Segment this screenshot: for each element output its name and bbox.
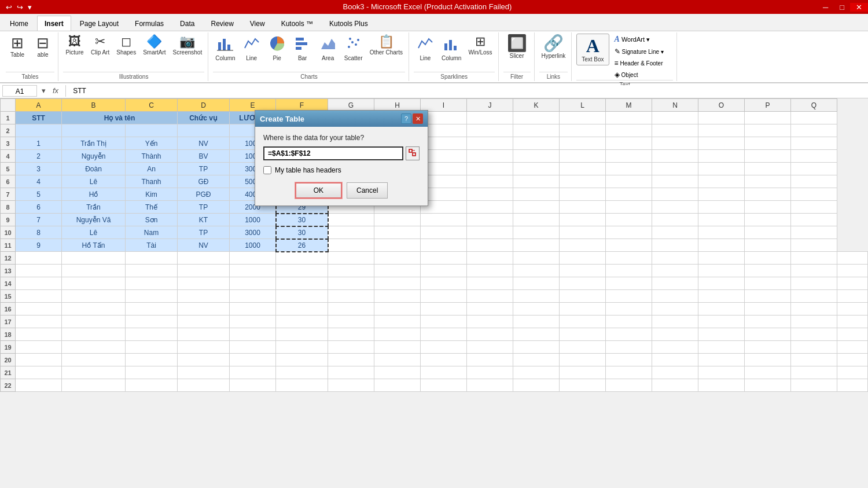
picture-button[interactable]: 🖼 Picture — [63, 34, 86, 57]
dialog-buttons: OK Cancel — [263, 182, 420, 199]
bar-chart-button[interactable]: Bar — [291, 34, 314, 63]
sparkline-column-icon — [443, 35, 459, 54]
svg-rect-5 — [296, 38, 304, 41]
dialog-ok-button[interactable]: OK — [295, 182, 342, 199]
clip-art-button[interactable]: ✂ Clip Art — [89, 34, 112, 57]
dialog-overlay: Create Table ? ✕ Where is the data for y… — [0, 98, 868, 488]
dialog-help-button[interactable]: ? — [401, 113, 411, 124]
tab-kutools-plus[interactable]: Kutools Plus — [322, 16, 376, 31]
svg-rect-16 — [454, 46, 457, 50]
text-box-icon: A — [586, 36, 599, 55]
tab-formulas[interactable]: Formulas — [127, 16, 171, 31]
filter-group: 🔲 Slicer Filter — [500, 32, 535, 81]
dialog-cancel-button[interactable]: Cancel — [347, 182, 388, 199]
tab-page-layout[interactable]: Page Layout — [72, 16, 126, 31]
signature-icon: ✎ — [615, 47, 620, 56]
dialog-range-icon — [409, 149, 417, 159]
table-button[interactable]: ⊞ Table — [6, 34, 29, 60]
title-text: Book3 - Microsoft Excel (Product Activat… — [343, 2, 512, 11]
tab-insert[interactable]: Insert — [37, 16, 71, 31]
sparkline-column-button[interactable]: Column — [439, 34, 464, 63]
smartart-button[interactable]: 🔷 SmartArt — [141, 34, 168, 57]
hyperlink-icon: 🔗 — [543, 35, 564, 52]
minimize-button[interactable]: ─ — [817, 3, 834, 12]
sparkline-winloss-button[interactable]: ⊞ Win/Loss — [466, 34, 494, 57]
close-button[interactable]: ✕ — [850, 3, 868, 12]
shapes-icon: ◻ — [121, 35, 131, 48]
links-group: 🔗 Hyperlink Links — [536, 32, 572, 81]
dialog-headers-checkbox[interactable] — [263, 166, 271, 174]
sparklines-buttons: Line Column ⊞ Win/Loss — [414, 34, 495, 72]
other-charts-button[interactable]: 📋 Other Charts — [367, 34, 405, 57]
area-chart-button[interactable]: Area — [317, 34, 340, 63]
maximize-button[interactable]: □ — [834, 3, 850, 12]
line-chart-icon — [244, 35, 260, 54]
cell-reference[interactable]: A1 — [2, 85, 37, 97]
sparkline-winloss-icon: ⊞ — [475, 35, 486, 48]
dialog-titlebar-buttons: ? ✕ — [401, 113, 423, 124]
dialog-close-button[interactable]: ✕ — [413, 113, 423, 124]
sparkline-line-icon — [417, 35, 433, 54]
wordart-icon: A — [615, 35, 620, 44]
dialog-range-select-button[interactable] — [406, 146, 420, 160]
fx-label: fx — [50, 86, 61, 95]
svg-point-13 — [349, 38, 351, 40]
svg-rect-7 — [296, 47, 301, 50]
dialog-title: Create Table — [260, 115, 304, 123]
tab-view[interactable]: View — [242, 16, 273, 31]
ribbon-tabs: Home Insert Page Layout Formulas Data Re… — [0, 14, 868, 31]
expand-formula-icon[interactable]: ▾ — [39, 86, 48, 95]
sparkline-line-button[interactable]: Line — [414, 34, 437, 63]
text-group: A Text Box A WordArt ▾ ✎ Signature Line … — [573, 32, 677, 81]
svg-marker-8 — [321, 39, 335, 49]
signature-line-button[interactable]: ✎ Signature Line ▾ — [613, 46, 665, 57]
charts-group: Column Line Pie Bar — [209, 32, 409, 81]
tab-data[interactable]: Data — [172, 16, 202, 31]
svg-rect-17 — [409, 149, 412, 152]
dialog-titlebar: Create Table ? ✕ — [255, 111, 428, 127]
pie-chart-button[interactable]: Pie — [266, 34, 289, 63]
sparklines-group: Line Column ⊞ Win/Loss Sparklines — [410, 32, 499, 81]
hyperlink-button[interactable]: 🔗 Hyperlink — [539, 34, 568, 61]
tab-home[interactable]: Home — [2, 16, 36, 31]
quick-access-toolbar: ↩ ↪ ▾ — [0, 0, 38, 14]
svg-point-10 — [351, 41, 354, 43]
create-table-dialog: Create Table ? ✕ Where is the data for y… — [255, 110, 428, 206]
tab-review[interactable]: Review — [203, 16, 241, 31]
svg-rect-0 — [218, 42, 221, 50]
header-footer-icon: ≡ — [615, 59, 619, 67]
tables-label: Tables — [6, 72, 54, 80]
svg-point-9 — [348, 46, 350, 48]
svg-rect-2 — [227, 45, 230, 50]
dialog-input-row — [263, 146, 420, 160]
redo-button[interactable]: ↪ — [16, 2, 24, 12]
screenshot-button[interactable]: 📷 Screenshot — [171, 34, 205, 57]
tab-kutools[interactable]: Kutools ™ — [274, 16, 321, 31]
tables-group: ⊞ Table ⊟ able Tables — [2, 32, 58, 81]
text-box-button[interactable]: A Text Box — [576, 34, 609, 65]
dialog-question-label: Where is the data for your table? — [263, 134, 420, 142]
dialog-range-input[interactable] — [263, 146, 403, 160]
object-button[interactable]: ◈ Object — [613, 69, 665, 80]
shapes-button[interactable]: ◻ Shapes — [114, 34, 138, 57]
pivot-table-button[interactable]: ⊟ able — [31, 34, 54, 60]
area-chart-icon — [320, 35, 336, 54]
header-footer-button[interactable]: ≡ Header & Footer — [613, 58, 665, 68]
screenshot-icon: 📷 — [179, 35, 195, 48]
scatter-chart-button[interactable]: Scatter — [342, 34, 365, 63]
slicer-button[interactable]: 🔲 Slicer — [505, 34, 529, 61]
dialog-body: Where is the data for your table? My tab… — [255, 127, 428, 206]
illustrations-label: Illustrations — [63, 72, 204, 80]
links-label: Links — [539, 72, 568, 80]
title-bar: Book3 - Microsoft Excel (Product Activat… — [38, 0, 817, 14]
formula-input[interactable] — [71, 85, 866, 97]
wordart-button[interactable]: A WordArt ▾ — [613, 34, 665, 45]
quick-access-more[interactable]: ▾ — [27, 2, 33, 12]
svg-point-11 — [355, 43, 357, 46]
dialog-checkbox-label: My table has headers — [275, 166, 341, 174]
line-chart-button[interactable]: Line — [240, 34, 263, 63]
undo-button[interactable]: ↩ — [5, 2, 13, 12]
column-chart-button[interactable]: Column — [213, 34, 237, 63]
table-icon: ⊞ — [11, 35, 24, 50]
scatter-chart-icon — [345, 35, 362, 54]
